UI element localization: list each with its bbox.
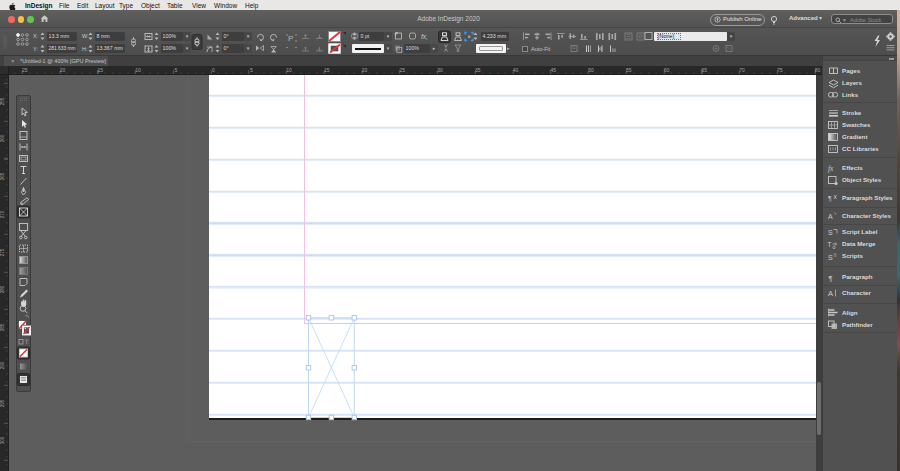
svg-text:¶: ¶: [829, 274, 833, 283]
svg-text:S: S: [828, 229, 833, 236]
svg-text:fx: fx: [828, 164, 834, 173]
svg-text:T: T: [828, 241, 832, 248]
svg-text:¶: ¶: [828, 195, 832, 202]
svg-text:A: A: [828, 289, 833, 298]
svg-text:S: S: [828, 254, 833, 261]
svg-text:A: A: [828, 213, 833, 220]
